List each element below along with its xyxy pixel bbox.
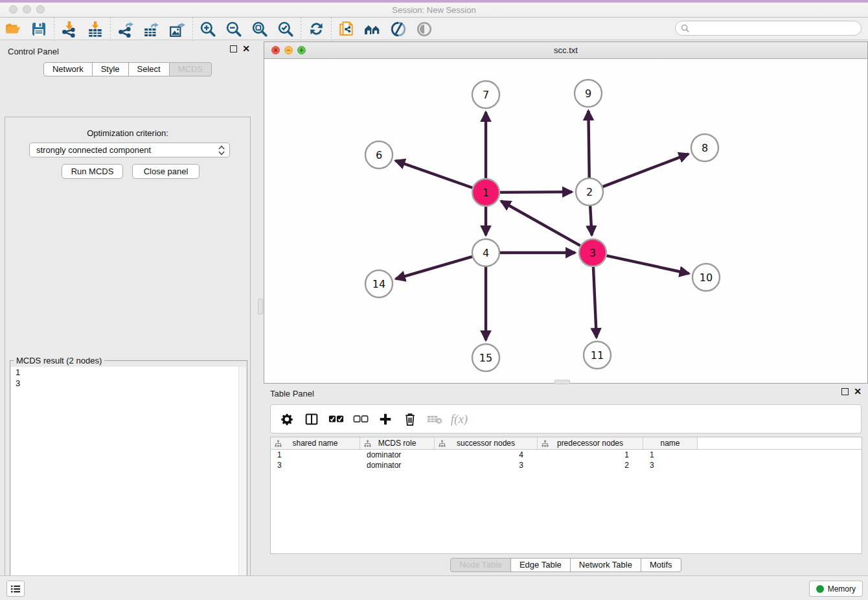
edge-1-6[interactable] <box>395 161 472 188</box>
graph-node-11[interactable]: 11 <box>584 341 611 369</box>
zoom-selected-button[interactable] <box>273 19 299 39</box>
edge-3-10[interactable] <box>606 256 689 274</box>
zoom-out-button[interactable] <box>221 19 247 39</box>
apply-style-button[interactable] <box>303 19 329 39</box>
table-row[interactable]: 1dominator411 <box>271 450 862 460</box>
checked-boxes-icon <box>328 415 344 424</box>
table-cell[interactable]: 2 <box>538 461 643 470</box>
delete-columns-button[interactable] <box>399 408 421 430</box>
tab-edge-table[interactable]: Edge Table <box>510 558 571 572</box>
column-header-shared-name[interactable]: shared name <box>271 437 360 449</box>
criterion-dropdown[interactable]: strongly connected component <box>29 143 230 157</box>
tab-mcds[interactable]: MCDS <box>169 62 212 76</box>
result-scrollbar[interactable] <box>238 367 246 600</box>
mcds-result-list[interactable]: 13 <box>11 367 246 600</box>
table-settings-button[interactable] <box>276 408 298 430</box>
float-table-panel-icon[interactable] <box>841 388 849 395</box>
tab-network[interactable]: Network <box>43 62 93 76</box>
search-box[interactable] <box>675 21 862 36</box>
table-cell[interactable]: dominator <box>360 461 435 470</box>
task-history-button[interactable] <box>6 581 25 597</box>
tab-node-table[interactable]: Node Table <box>450 558 511 572</box>
mcds-result-item[interactable]: 3 <box>11 378 246 389</box>
column-header-predecessor-nodes[interactable]: predecessor nodes <box>538 437 643 449</box>
mcds-result-item[interactable]: 1 <box>11 367 246 378</box>
zoom-out-icon <box>225 21 242 38</box>
edge-1-2[interactable] <box>500 192 572 192</box>
graph-node-6[interactable]: 6 <box>365 141 393 168</box>
zoom-selected-icon <box>277 21 294 38</box>
table-cell[interactable]: 3 <box>643 461 698 470</box>
export-network-icon <box>117 21 134 38</box>
close-panel-icon[interactable]: ✕ <box>242 45 250 52</box>
graph-node-14[interactable]: 14 <box>365 270 393 297</box>
search-icon <box>681 24 690 33</box>
new-network-from-selection-button[interactable] <box>334 19 360 39</box>
tab-select[interactable]: Select <box>128 62 170 76</box>
search-input[interactable] <box>690 24 861 33</box>
table-panel-title: Table Panel <box>270 389 314 398</box>
show-all-networks-button[interactable] <box>360 19 385 39</box>
import-network-button[interactable] <box>56 19 82 39</box>
column-panel-button[interactable] <box>301 408 323 430</box>
zoom-in-button[interactable] <box>195 19 221 39</box>
create-column-button[interactable] <box>374 408 396 430</box>
graph-node-15[interactable]: 15 <box>472 344 499 371</box>
column-header-name[interactable]: name <box>643 437 698 449</box>
column-header-successor-nodes[interactable]: successor nodes <box>435 437 538 449</box>
export-image-button[interactable] <box>165 19 190 39</box>
tab-style[interactable]: Style <box>92 62 129 76</box>
run-mcds-button[interactable]: Run MCDS <box>62 164 123 179</box>
graph-node-8[interactable]: 8 <box>691 134 718 161</box>
zoom-fit-icon <box>251 21 268 38</box>
delete-table-button[interactable] <box>424 408 446 430</box>
function-builder-button[interactable]: f(x) <box>448 408 470 430</box>
splitter-grip-horizontal[interactable] <box>554 380 570 384</box>
open-session-button[interactable] <box>0 19 26 39</box>
split-pane-icon <box>305 413 318 426</box>
table-cell[interactable]: 3 <box>271 461 360 470</box>
float-panel-icon[interactable] <box>230 45 237 52</box>
graph-node-3[interactable]: 3 <box>579 239 606 266</box>
dropdown-stepper-icon <box>218 144 225 158</box>
table-row[interactable]: 3dominator323 <box>271 460 862 470</box>
graph-node-1[interactable]: 1 <box>472 179 499 206</box>
network-canvas[interactable]: 7968124314101511 <box>264 59 867 383</box>
edge-3-1[interactable] <box>501 201 580 246</box>
view-mode-button[interactable] <box>411 19 437 39</box>
edge-2-3[interactable] <box>590 206 591 235</box>
import-table-button[interactable] <box>82 19 108 39</box>
graph-node-10[interactable]: 10 <box>692 264 720 291</box>
graph-node-2[interactable]: 2 <box>576 178 603 205</box>
memory-button[interactable]: Memory <box>809 581 863 597</box>
splitter-grip-vertical[interactable] <box>258 299 263 314</box>
edge-4-14[interactable] <box>396 257 472 279</box>
table-cell[interactable]: 4 <box>435 450 538 459</box>
table-cell[interactable]: 1 <box>538 450 643 459</box>
graph-node-7[interactable]: 7 <box>472 81 499 108</box>
tab-motifs[interactable]: Motifs <box>641 558 681 572</box>
close-table-panel-icon[interactable]: ✕ <box>854 388 862 395</box>
tab-network-table[interactable]: Network Table <box>570 558 641 572</box>
zoom-fit-button[interactable] <box>247 19 273 39</box>
table-cell[interactable]: dominator <box>360 450 435 459</box>
column-header-MCDS-role[interactable]: MCDS role <box>360 437 435 449</box>
graph-node-9[interactable]: 9 <box>575 80 602 107</box>
network-window-titlebar[interactable]: × − + scc.txt <box>264 42 867 59</box>
table-cell[interactable]: 1 <box>643 450 698 459</box>
unselect-all-columns-button[interactable] <box>350 408 372 430</box>
export-network-button[interactable] <box>113 19 139 39</box>
toolbar-separator <box>301 17 301 41</box>
import-table-icon <box>87 21 104 38</box>
close-panel-button[interactable]: Close panel <box>132 164 200 179</box>
save-session-button[interactable] <box>26 19 52 39</box>
graph-node-4[interactable]: 4 <box>472 239 499 266</box>
select-all-columns-button[interactable] <box>325 408 347 430</box>
edge-2-9[interactable] <box>588 111 589 178</box>
table-cell[interactable]: 1 <box>271 450 360 459</box>
edge-3-11[interactable] <box>593 267 597 338</box>
hide-graphics-details-button[interactable] <box>385 19 411 39</box>
edge-2-8[interactable] <box>603 154 689 187</box>
table-cell[interactable]: 3 <box>435 461 538 470</box>
export-table-button[interactable] <box>139 19 165 39</box>
